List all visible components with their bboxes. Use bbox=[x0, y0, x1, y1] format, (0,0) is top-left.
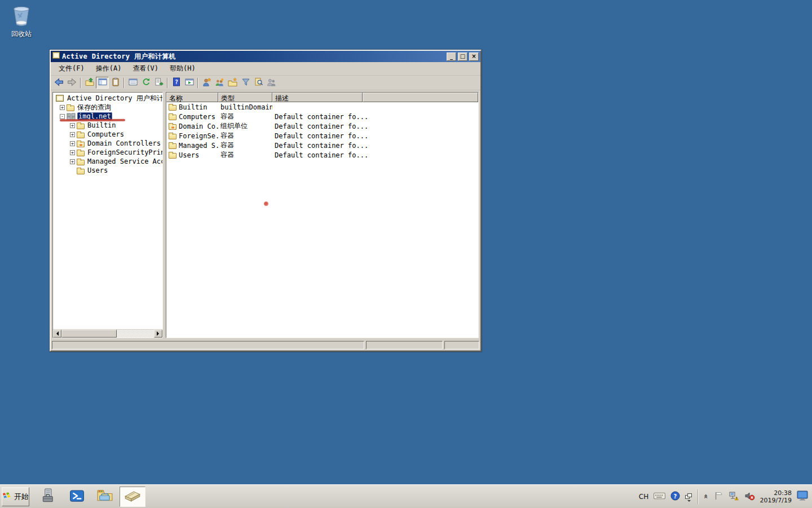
menu-help[interactable]: 帮助(H) bbox=[164, 62, 201, 75]
properties-button[interactable] bbox=[126, 77, 139, 89]
folder-icon bbox=[169, 134, 176, 139]
minimize-button[interactable]: _ bbox=[447, 52, 456, 61]
start-button[interactable]: 开始 bbox=[2, 487, 29, 506]
menu-action[interactable]: 操作(A) bbox=[90, 62, 127, 75]
annotation-red-dot bbox=[264, 202, 268, 206]
collapse-toggle[interactable]: - bbox=[60, 114, 65, 119]
export-list-button[interactable] bbox=[152, 77, 165, 89]
help-button[interactable]: ? bbox=[170, 77, 183, 89]
column-header-description[interactable]: 描述 bbox=[272, 93, 363, 102]
item-name: ForeignSe... bbox=[179, 132, 218, 140]
new-user-button[interactable] bbox=[200, 77, 213, 89]
back-icon bbox=[54, 77, 64, 89]
recycle-bin-label: 回收站 bbox=[6, 29, 37, 39]
advanced-features-button[interactable] bbox=[265, 77, 278, 89]
aduc-window: Active Directory 用户和计算机 _ □ × 文件(F) 操作(A… bbox=[50, 50, 482, 352]
windows-explorer-launcher[interactable] bbox=[94, 487, 116, 507]
folder-icon bbox=[169, 105, 176, 111]
list-row-users[interactable]: Users 容器 Default container fo... bbox=[166, 150, 478, 160]
svg-text:!: ! bbox=[736, 497, 738, 500]
find-button[interactable] bbox=[252, 77, 265, 89]
list-header: 名称 类型 描述 bbox=[166, 93, 478, 102]
expand-toggle[interactable]: + bbox=[70, 141, 75, 146]
tree-item-label: Users bbox=[86, 167, 109, 174]
restore-square bbox=[687, 493, 692, 497]
maximize-button[interactable]: □ bbox=[458, 52, 467, 61]
svg-text:?: ? bbox=[174, 79, 178, 85]
recycle-bin[interactable]: 回收站 bbox=[6, 3, 37, 39]
help-tray-icon[interactable]: ? bbox=[670, 491, 680, 502]
scroll-left-button[interactable] bbox=[53, 330, 61, 338]
scrollbar-track[interactable] bbox=[117, 330, 154, 338]
item-name: Domain Co... bbox=[179, 122, 218, 130]
expand-toggle[interactable]: + bbox=[70, 159, 75, 164]
list-row-builtin[interactable]: Builtin builtinDomain bbox=[166, 102, 478, 112]
tree-item-saved-queries[interactable]: + 保存的查询 bbox=[53, 103, 162, 112]
server-manager-launcher[interactable] bbox=[37, 487, 60, 507]
status-cell bbox=[444, 341, 479, 349]
status-bar bbox=[51, 340, 480, 351]
menu-file[interactable]: 文件(F) bbox=[53, 62, 90, 75]
back-button[interactable] bbox=[52, 77, 65, 89]
show-console-tree-button[interactable] bbox=[96, 77, 109, 89]
tree-horizontal-scrollbar[interactable] bbox=[53, 329, 162, 338]
tree-item-managed-service-accounts[interactable]: + Managed Service Accounts bbox=[53, 157, 162, 166]
find-icon bbox=[254, 77, 263, 88]
scrollbar-thumb[interactable] bbox=[61, 330, 117, 338]
clipboard-button[interactable] bbox=[109, 77, 122, 89]
tree-item-users[interactable]: Users bbox=[53, 166, 162, 175]
tree-item-computers[interactable]: + Computers bbox=[53, 130, 162, 139]
tree-item-label: ForeignSecurityPrincipals bbox=[86, 148, 162, 156]
tree-item-builtin[interactable]: + Builtin bbox=[53, 121, 162, 130]
tree-item-root[interactable]: Active Directory 用户和计算机 bbox=[53, 94, 162, 103]
list-row-foreign-security-principals[interactable]: ForeignSe... 容器 Default container fo... bbox=[166, 131, 478, 141]
display-tray-icon[interactable] bbox=[797, 491, 810, 503]
scroll-right-button[interactable] bbox=[154, 330, 162, 338]
toolbar-separator bbox=[197, 78, 198, 88]
show-hidden-icons-chevron[interactable]: « bbox=[702, 494, 710, 498]
expand-toggle[interactable] bbox=[70, 168, 75, 173]
keyboard-icon[interactable] bbox=[654, 492, 665, 502]
list-row-domain-controllers[interactable]: Domain Co... 组织单位 Default container fo..… bbox=[166, 121, 478, 131]
tree-item-domain-controllers[interactable]: + Domain Controllers bbox=[53, 139, 162, 148]
forward-icon bbox=[67, 77, 77, 89]
clock[interactable]: 20:38 2019/7/19 bbox=[760, 489, 792, 504]
powershell-launcher[interactable] bbox=[65, 487, 88, 507]
language-bar-restore-icon[interactable] bbox=[685, 493, 692, 500]
list-row-computers[interactable]: Computers 容器 Default container fo... bbox=[166, 112, 478, 121]
tree-item-foreign-security-principals[interactable]: + ForeignSecurityPrincipals bbox=[53, 148, 162, 157]
expand-toggle[interactable]: + bbox=[60, 105, 65, 110]
column-header-type[interactable]: 类型 bbox=[218, 93, 272, 102]
folder-icon bbox=[77, 151, 85, 156]
tree-item-label: Domain Controllers bbox=[86, 139, 162, 147]
folder-icon bbox=[67, 106, 74, 111]
window-title: Active Directory 用户和计算机 bbox=[62, 52, 445, 62]
forward-button[interactable] bbox=[65, 77, 78, 89]
language-indicator[interactable]: CH bbox=[639, 493, 648, 501]
new-organizational-unit-button[interactable] bbox=[226, 77, 239, 89]
action-center-flag-icon[interactable] bbox=[714, 491, 723, 502]
close-button[interactable]: × bbox=[469, 52, 479, 61]
title-bar[interactable]: Active Directory 用户和计算机 _ □ × bbox=[51, 51, 480, 62]
item-type: 容器 bbox=[218, 150, 272, 160]
folder-icon bbox=[77, 124, 85, 129]
menu-view[interactable]: 查看(V) bbox=[127, 62, 164, 75]
list-row-managed-service-accounts[interactable]: Managed S... 容器 Default container fo... bbox=[166, 141, 478, 150]
server-manager-icon bbox=[41, 488, 56, 505]
network-warning-icon[interactable]: ! bbox=[729, 491, 739, 502]
refresh-button[interactable] bbox=[139, 77, 152, 89]
new-group-button[interactable] bbox=[213, 77, 226, 89]
expand-toggle[interactable]: + bbox=[70, 123, 75, 128]
expand-toggle[interactable]: + bbox=[70, 132, 75, 137]
expand-toggle[interactable]: + bbox=[70, 150, 75, 155]
item-description: Default container fo... bbox=[272, 132, 442, 140]
refresh-icon bbox=[142, 77, 151, 88]
item-name: Computers bbox=[179, 113, 215, 121]
up-one-level-button[interactable] bbox=[83, 77, 96, 89]
active-task-aduc[interactable] bbox=[120, 487, 145, 507]
filter-button[interactable] bbox=[239, 77, 252, 89]
volume-muted-icon[interactable] bbox=[744, 491, 755, 502]
description-bar-button[interactable] bbox=[183, 77, 196, 89]
help-icon: ? bbox=[172, 77, 181, 88]
column-header-name[interactable]: 名称 bbox=[166, 93, 218, 102]
